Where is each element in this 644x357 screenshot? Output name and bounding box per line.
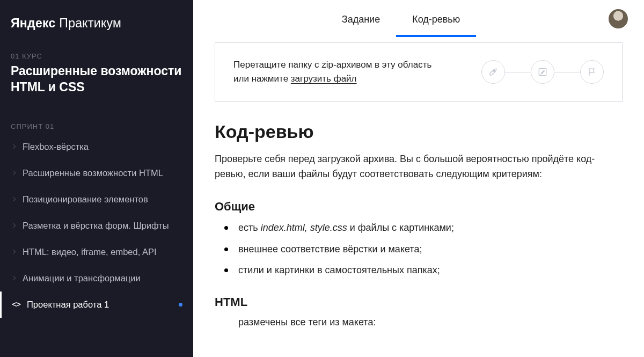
brand-bold: Яндекс xyxy=(11,16,56,30)
step-edit xyxy=(531,60,554,84)
edit-icon xyxy=(537,67,548,77)
section-title-html: HTML xyxy=(215,295,623,309)
rocket-icon xyxy=(488,67,499,77)
flag-icon xyxy=(587,67,597,77)
step-connector xyxy=(554,72,580,73)
upload-link[interactable]: загрузить файл xyxy=(291,74,357,84)
step-connector xyxy=(505,72,531,73)
sidebar-item-html-advanced[interactable]: Расширенные возможности HTML xyxy=(0,160,193,186)
sidebar-item-flexbox[interactable]: Flexbox-вёрстка xyxy=(0,134,193,160)
caret-icon xyxy=(11,276,16,280)
list-item: есть index.html, style.css и файлы с кар… xyxy=(238,221,623,235)
caret-icon xyxy=(11,250,16,254)
code-icon: <> xyxy=(12,300,19,309)
upload-line2-prefix: или нажмите xyxy=(233,74,291,84)
tab-task[interactable]: Задание xyxy=(326,0,396,37)
content: Перетащите папку с zip-архивом в эту обл… xyxy=(193,37,644,357)
brand-thin: Практикум xyxy=(56,16,122,30)
caret-icon xyxy=(11,197,16,201)
sidebar-item-label: Flexbox-вёрстка xyxy=(23,142,89,152)
sidebar-item-animations[interactable]: Анимации и трансформации xyxy=(0,265,193,292)
sidebar-item-label: Разметка и вёрстка форм. Шрифты xyxy=(23,221,169,231)
tab-label: Задание xyxy=(342,14,380,25)
main: Задание Код-ревью Перетащите папку с zip… xyxy=(193,0,644,357)
upload-dropzone[interactable]: Перетащите папку с zip-архивом в эту обл… xyxy=(215,42,623,102)
brand-logo: Яндекс Практикум xyxy=(0,16,193,41)
upload-text: Перетащите папку с zip-архивом в эту обл… xyxy=(233,58,471,86)
list-item: стили и картинки в самостоятельных папка… xyxy=(238,264,623,277)
page-title: Код-ревью xyxy=(215,121,623,142)
caret-icon xyxy=(11,171,16,175)
tab-code-review[interactable]: Код-ревью xyxy=(396,0,476,37)
sidebar-item-label: Анимации и трансформации xyxy=(23,273,141,283)
status-dot xyxy=(179,303,182,307)
course-title: Расширенные возможности HTML и CSS xyxy=(0,60,193,106)
html-section-trailing: размечены все теги из макета: xyxy=(215,317,623,328)
caret-icon xyxy=(11,223,16,228)
sidebar-item-label: Проектная работа 1 xyxy=(27,300,109,310)
sidebar-item-label: Позиционирование элементов xyxy=(23,194,148,205)
topbar: Задание Код-ревью xyxy=(193,0,644,37)
lead-text: Проверьте себя перед загрузкой архива. В… xyxy=(215,152,623,182)
svg-point-0 xyxy=(493,70,495,72)
sidebar-item-project-1[interactable]: <> Проектная работа 1 xyxy=(0,292,193,318)
course-number: 01 КУРС xyxy=(0,41,193,60)
sidebar-item-forms-fonts[interactable]: Разметка и вёрстка форм. Шрифты xyxy=(0,213,193,239)
upload-steps xyxy=(481,60,604,84)
sidebar-nav: Flexbox-вёрстка Расширенные возможности … xyxy=(0,134,193,318)
caret-icon xyxy=(11,144,16,149)
sidebar: Яндекс Практикум 01 КУРС Расширенные воз… xyxy=(0,0,193,357)
upload-line1: Перетащите папку с zip-архивом в эту обл… xyxy=(233,60,431,70)
criteria-list-general: есть index.html, style.css и файлы с кар… xyxy=(215,221,623,277)
section-title-general: Общие xyxy=(215,200,623,214)
sidebar-item-html-media[interactable]: HTML: видео, iframe, embed, API xyxy=(0,239,193,265)
sidebar-item-positioning[interactable]: Позиционирование элементов xyxy=(0,186,193,213)
sprint-label: СПРИНТ 01 xyxy=(0,106,193,134)
step-flag xyxy=(580,60,604,84)
sidebar-item-label: Расширенные возможности HTML xyxy=(23,168,163,178)
sidebar-item-label: HTML: видео, iframe, embed, API xyxy=(23,247,157,257)
avatar[interactable] xyxy=(609,9,628,28)
list-item: внешнее соответствие вёрстки и макета; xyxy=(238,243,623,256)
tab-label: Код-ревью xyxy=(412,14,460,25)
step-rocket xyxy=(481,60,505,84)
tabs: Задание Код-ревью xyxy=(326,0,476,37)
